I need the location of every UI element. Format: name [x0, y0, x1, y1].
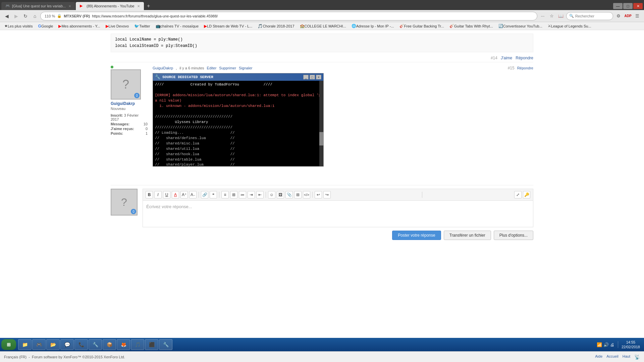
more-options-button[interactable]: Plus d'options...: [494, 231, 533, 240]
post14-like-link[interactable]: J'aime: [501, 56, 512, 60]
bookmark-guitar-tabs[interactable]: 🎸 Guitar Tabs With Rhyt...: [447, 23, 495, 29]
bookmark-star[interactable]: ☆: [548, 12, 556, 20]
sds-close[interactable]: ×: [316, 75, 321, 79]
edit-link[interactable]: Editer: [207, 66, 217, 70]
align-button[interactable]: ≡: [221, 191, 229, 198]
bookmark-google[interactable]: G Google: [36, 23, 56, 29]
undo-button[interactable]: ↩: [315, 191, 322, 198]
menu-icon[interactable]: ☰: [633, 12, 641, 20]
taskbar-item-terminal[interactable]: ⬛: [145, 339, 158, 350]
search-box[interactable]: 🔍: [566, 12, 613, 20]
bookmark-ld-stream[interactable]: ▶ LD Stream de Web TV - L...: [202, 23, 255, 29]
bookmark-chorale[interactable]: 🎵 Chorale 2018-2017: [255, 23, 297, 29]
forward-button[interactable]: ▶: [12, 12, 20, 20]
code-button[interactable]: </>: [303, 191, 310, 198]
outdent-button[interactable]: ⇤: [256, 191, 264, 198]
maximize-button[interactable]: □: [623, 3, 633, 9]
bookmark-ip[interactable]: 🌐 Adresse Ip - Mon IP -...: [349, 23, 396, 29]
bookmark-twitter[interactable]: 🐦 Twitter: [132, 23, 152, 29]
bookmark-guitar-backing[interactable]: 🎸 Free Guitar Backing Tr...: [397, 23, 446, 29]
settings-icon[interactable]: ⚙: [614, 12, 623, 20]
reply-textarea[interactable]: Écrivez votre réponse...: [143, 200, 533, 227]
url-bar[interactable]: 110 % 🔒 MTXSERV (FR) https://www.mtxserv…: [40, 12, 537, 20]
taskbar-item-steam[interactable]: 🎮: [32, 339, 46, 350]
footer-aide-link[interactable]: Aide: [595, 354, 602, 360]
tab-2[interactable]: ▶ (89) Abonnements - YouTube ✕: [76, 2, 144, 10]
addon-icon[interactable]: ADP: [624, 12, 632, 20]
submit-reply-button[interactable]: Poster votre réponse: [392, 231, 441, 240]
bookmark-chaines-tv[interactable]: 📺 chaînes TV - mosaïque: [153, 23, 201, 29]
sds-line-error2: a nil value): [155, 98, 321, 104]
tab2-close[interactable]: ✕: [137, 4, 140, 8]
print-icon[interactable]: 🖨: [610, 342, 614, 347]
table-button[interactable]: ⊞: [294, 191, 302, 198]
font-size-minus-button[interactable]: A₋: [189, 191, 197, 198]
redo-button[interactable]: ↪: [323, 191, 331, 198]
network-icon[interactable]: 📶: [597, 342, 602, 347]
bookmark-college[interactable]: 🏫 COLLEGE LE MARCHI...: [298, 23, 348, 29]
taskbar-item-firefox[interactable]: 🦊: [117, 339, 130, 350]
font-size-plus-button[interactable]: A⁺: [180, 191, 188, 198]
post-wrapper: ? 0 GuiguiDakrp Nouveau Inscrit: 3 Févri…: [111, 62, 533, 175]
quote-button[interactable]: ❝: [210, 191, 217, 198]
volume-icon[interactable]: 🔊: [603, 342, 609, 347]
search-input[interactable]: [575, 14, 605, 18]
taskbar-item-skype[interactable]: 📞: [74, 339, 88, 350]
reply-link[interactable]: Répondre: [517, 66, 533, 70]
sds-maximize[interactable]: □: [310, 75, 315, 79]
underline-button[interactable]: U: [163, 191, 170, 198]
bookmark-les-plus-visites[interactable]: ★ Les plus visités: [2, 23, 35, 29]
list-ordered-button[interactable]: ≔: [239, 191, 246, 198]
username[interactable]: GuiguiDakrp: [111, 101, 148, 106]
footer-haut-link[interactable]: Haut: [623, 354, 630, 360]
avatar-badge: 0: [134, 93, 140, 98]
bookmark-lol[interactable]: ⚔ League of Legends Su...: [545, 23, 594, 29]
new-tab-button[interactable]: +: [145, 2, 153, 10]
close-button[interactable]: ✕: [633, 3, 643, 9]
transfer-file-button[interactable]: Transférer un fichier: [444, 231, 491, 240]
color-button[interactable]: A: [172, 191, 179, 198]
bookmark-abonnements[interactable]: ▶ Mes abonnements - Y...: [56, 23, 102, 29]
gmod-icon: 🔧: [92, 342, 98, 348]
rss-icon[interactable]: 📡: [634, 354, 640, 360]
sds-window: 🔧 SOURCE DEDICATED SERVER _ □ × //// Cre…: [153, 73, 324, 167]
expand-editor-button[interactable]: ⤢: [514, 191, 522, 198]
report-link[interactable]: Signaler: [239, 66, 252, 70]
sds-scrollbar[interactable]: [319, 81, 323, 166]
taskbar-item-garrysmod[interactable]: 🔧: [89, 339, 102, 350]
link-button[interactable]: 🔗: [201, 191, 208, 198]
back-button[interactable]: ◀: [3, 12, 11, 20]
emoji-button[interactable]: ☺: [268, 191, 275, 198]
sds-minimize[interactable]: _: [303, 75, 309, 79]
taskbar-item-gmod2[interactable]: 🔧: [159, 339, 172, 350]
post14-reply-link[interactable]: Répondre: [516, 56, 533, 60]
post-username-link[interactable]: GuiguiDakrp: [153, 66, 173, 70]
image-button[interactable]: 🖼: [277, 191, 284, 198]
refresh-button[interactable]: ↻: [21, 12, 30, 20]
start-button[interactable]: ⊞: [1, 339, 16, 350]
minimize-button[interactable]: —: [613, 3, 623, 9]
taskbar-item-explorer[interactable]: 📂: [46, 339, 60, 350]
taskbar-item-filezilla[interactable]: 📁: [18, 339, 32, 350]
home-button[interactable]: ⌂: [31, 12, 39, 20]
delete-link[interactable]: Supprimer: [219, 66, 236, 70]
list-unordered-button[interactable]: ⊞: [230, 191, 237, 198]
source-mode-button[interactable]: 🔑: [523, 191, 530, 198]
bold-button[interactable]: B: [146, 191, 153, 198]
footer-accueil-link[interactable]: Accueil: [606, 354, 618, 360]
italic-button[interactable]: I: [154, 191, 162, 198]
tab-1[interactable]: 🎮 [Glua] Une quest sur les variab... ✕: [1, 2, 75, 10]
reader-mode[interactable]: 📖: [557, 12, 565, 20]
taskbar-item-spotify[interactable]: 🎵: [131, 339, 144, 350]
tab1-close[interactable]: ✕: [68, 4, 71, 8]
bookmark-convertisseur[interactable]: 🔄 Convertisseur YouTub...: [496, 23, 545, 29]
bookmark-live-devovo[interactable]: ▶ Live Devovo: [103, 23, 131, 29]
sds-line-blank2: [155, 109, 321, 114]
bookmark-label: Live Devovo: [109, 24, 129, 28]
sds-scrollbar-thumb[interactable]: [319, 132, 323, 145]
taskbar-item-unknown1[interactable]: 📦: [103, 339, 116, 350]
dots-menu[interactable]: ···: [539, 12, 547, 20]
indent-button[interactable]: ⇥: [248, 191, 255, 198]
attach-button[interactable]: 📎: [285, 191, 293, 198]
taskbar-item-discord[interactable]: 💬: [60, 339, 74, 350]
